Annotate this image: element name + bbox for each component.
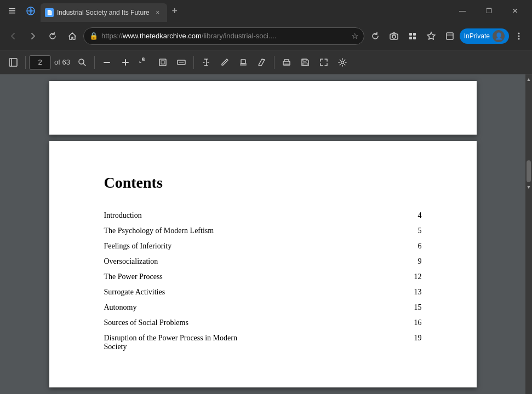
tab-favicon: 📄 bbox=[45, 8, 54, 17]
camera-icon[interactable] bbox=[385, 27, 403, 45]
forward-button[interactable] bbox=[24, 27, 42, 45]
toc-entry: Oversocialization 9 bbox=[104, 254, 422, 269]
toc-entry-dots bbox=[256, 325, 404, 325]
scrollbar-down-arrow[interactable]: ▼ bbox=[525, 182, 532, 192]
pdf-divider-1 bbox=[25, 56, 26, 69]
active-tab[interactable]: 📄 Industrial Society and Its Future × bbox=[41, 3, 167, 22]
pdf-rotate-button[interactable] bbox=[135, 54, 153, 71]
toc-entries: Introduction 4 The Psychology of Modern … bbox=[104, 208, 422, 355]
svg-point-14 bbox=[518, 35, 520, 37]
toc-entry: Sources of Social Problems 16 bbox=[104, 315, 422, 331]
lock-icon: 🔒 bbox=[89, 32, 98, 40]
toc-entry: Introduction 4 bbox=[104, 208, 422, 223]
refresh-button[interactable] bbox=[44, 27, 61, 45]
pdf-divider-2 bbox=[94, 56, 95, 69]
toc-entry-dots bbox=[256, 248, 404, 248]
favorites-icon[interactable] bbox=[422, 27, 440, 45]
address-field[interactable]: 🔒 https://www.thetedkarchive.com/library… bbox=[83, 27, 364, 45]
svg-rect-1 bbox=[9, 10, 15, 11]
url-path: /library/industrial-soci.... bbox=[202, 32, 277, 40]
svg-rect-23 bbox=[159, 59, 166, 66]
toc-entry-dots bbox=[256, 233, 404, 233]
svg-point-33 bbox=[341, 61, 344, 63]
toc-entry-dots bbox=[256, 340, 404, 340]
close-button[interactable]: ✕ bbox=[502, 0, 528, 22]
toc-entry-title: Sources of Social Problems bbox=[104, 318, 252, 327]
url-scheme: https:// bbox=[101, 32, 123, 40]
inprivate-label: InPrivate bbox=[464, 32, 490, 40]
minimize-button[interactable]: — bbox=[450, 0, 475, 22]
toc-entry-page: 15 bbox=[409, 303, 422, 312]
new-tab-button[interactable]: + bbox=[167, 3, 182, 19]
svg-rect-28 bbox=[241, 60, 245, 63]
extensions-icon[interactable] bbox=[404, 27, 421, 45]
pdf-erase-button[interactable] bbox=[253, 54, 271, 71]
tab-bar: 📄 Industrial Society and Its Future × + bbox=[41, 0, 448, 22]
vertical-scrollbar[interactable]: ▲ ▼ bbox=[525, 74, 532, 394]
toc-entry-title: Surrogate Activities bbox=[104, 288, 252, 297]
pdf-sidebar-button[interactable] bbox=[4, 54, 22, 71]
toc-entry-page: 9 bbox=[409, 257, 422, 266]
toc-entry-title: The Psychology of Modern Leftism bbox=[104, 227, 252, 235]
back-button[interactable] bbox=[4, 27, 22, 45]
toc-entry-dots bbox=[256, 263, 404, 264]
address-bar: 🔒 https://www.thetedkarchive.com/library… bbox=[0, 22, 532, 50]
more-options-icon[interactable] bbox=[510, 27, 528, 45]
refresh-icon[interactable] bbox=[367, 27, 384, 45]
svg-rect-24 bbox=[161, 61, 164, 64]
toc-entry-dots bbox=[256, 294, 404, 294]
svg-point-6 bbox=[392, 35, 396, 38]
pdf-pages: Contents Introduction 4 The Psychology o… bbox=[0, 74, 525, 394]
pdf-page-content: Contents Introduction 4 The Psychology o… bbox=[49, 141, 477, 387]
pdf-zoom-out-button[interactable] bbox=[98, 54, 116, 71]
titlebar: 📄 Industrial Society and Its Future × + … bbox=[0, 0, 532, 22]
tab-title: Industrial Society and Its Future bbox=[57, 9, 150, 16]
pdf-save-button[interactable] bbox=[296, 54, 314, 71]
pdf-page-top bbox=[49, 81, 477, 135]
page-total-text: of 63 bbox=[54, 58, 70, 66]
toc-entry-page: 19 bbox=[409, 334, 422, 343]
toc-entry: The Psychology of Modern Leftism 5 bbox=[104, 223, 422, 239]
toc-entry: Feelings of Inferiority 6 bbox=[104, 239, 422, 254]
pdf-search-button[interactable] bbox=[73, 54, 91, 71]
toc-entry-page: 5 bbox=[409, 227, 422, 235]
tab-close-button[interactable]: × bbox=[153, 8, 163, 18]
titlebar-left bbox=[4, 3, 38, 19]
browser-icon bbox=[23, 3, 38, 19]
svg-rect-9 bbox=[409, 37, 412, 39]
pdf-fit-page-button[interactable] bbox=[154, 54, 171, 71]
pdf-fullscreen-button[interactable] bbox=[315, 54, 333, 71]
pdf-highlight-button[interactable] bbox=[234, 54, 252, 71]
inprivate-button[interactable]: InPrivate 👤 bbox=[460, 28, 509, 44]
svg-point-13 bbox=[518, 32, 520, 34]
toc-entry-dots bbox=[256, 309, 404, 310]
pdf-settings-button[interactable] bbox=[334, 54, 351, 71]
browser-menu-icon[interactable] bbox=[4, 3, 20, 19]
browser-toolbar-icons: InPrivate 👤 bbox=[367, 27, 528, 45]
scrollbar-up-arrow[interactable]: ▲ bbox=[525, 74, 532, 84]
scrollbar-thumb[interactable] bbox=[527, 160, 531, 182]
pdf-text-select-button[interactable] bbox=[197, 54, 215, 71]
page-number-input[interactable] bbox=[29, 55, 51, 69]
pdf-draw-button[interactable] bbox=[216, 54, 233, 71]
pdf-fit-width-button[interactable] bbox=[173, 54, 190, 71]
pdf-content-area: Contents Introduction 4 The Psychology o… bbox=[0, 74, 532, 394]
pdf-print-button[interactable] bbox=[278, 54, 295, 71]
star-icon[interactable]: ☆ bbox=[351, 31, 358, 41]
toc-entry: Surrogate Activities 13 bbox=[104, 285, 422, 300]
toc-entry-dots bbox=[256, 279, 404, 279]
pdf-zoom-in-button[interactable] bbox=[117, 54, 134, 71]
toc-entry-page: 13 bbox=[409, 288, 422, 297]
pdf-divider-4 bbox=[274, 56, 274, 69]
toc-entry: Disruption of the Power Process in Moder… bbox=[104, 331, 422, 355]
home-button[interactable] bbox=[64, 27, 81, 45]
maximize-button[interactable]: ❐ bbox=[476, 0, 501, 22]
svg-rect-30 bbox=[284, 63, 289, 65]
svg-rect-7 bbox=[409, 33, 412, 36]
toc-entry-page: 16 bbox=[409, 318, 422, 327]
toc-entry-page: 4 bbox=[409, 211, 422, 220]
collections-icon[interactable] bbox=[441, 27, 459, 45]
toc-entry: The Power Process 12 bbox=[104, 269, 422, 285]
pdf-toolbar: of 63 bbox=[0, 50, 532, 74]
svg-rect-8 bbox=[413, 33, 416, 36]
